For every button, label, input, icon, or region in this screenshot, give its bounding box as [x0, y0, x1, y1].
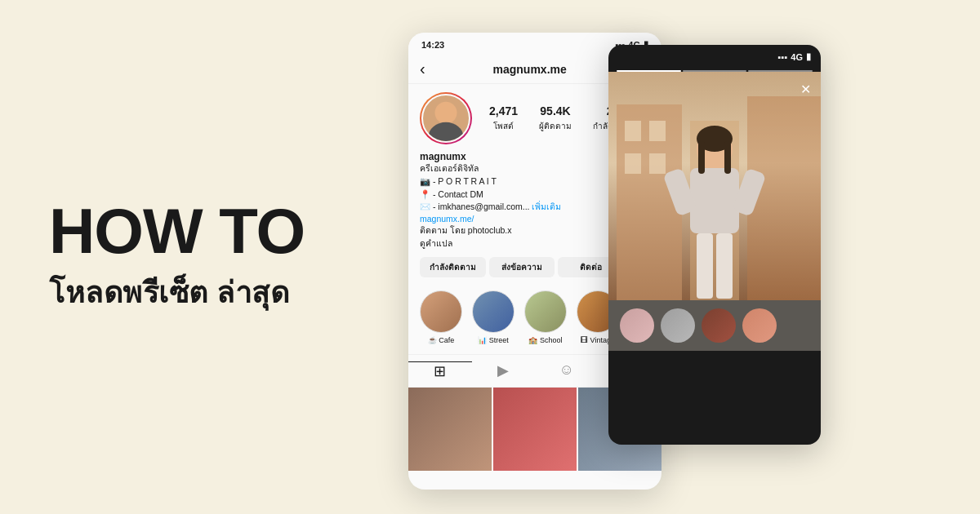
avatar-inner [421, 94, 470, 143]
svg-rect-10 [690, 168, 739, 233]
svg-rect-17 [724, 141, 731, 174]
message-button[interactable]: ส่งข้อความ [489, 257, 555, 277]
tagged-tab[interactable]: ☺ [535, 361, 599, 380]
svg-rect-8 [649, 153, 666, 174]
highlight-street-label: 📊 Street [478, 336, 509, 344]
posts-label: โพสต์ [493, 122, 514, 131]
highlight-school[interactable]: 🏫 School [524, 290, 567, 348]
grid-tab[interactable]: ⊞ [408, 361, 472, 380]
highlight-school-label: 🏫 School [528, 336, 562, 344]
main-title: HOW TO [49, 199, 392, 263]
svg-rect-4 [747, 96, 821, 300]
profile-username-nav: magnumx.me [493, 63, 567, 76]
grid-item-1[interactable] [408, 388, 492, 471]
right-section: 14:23 ▪▪▪ 4G ▮ ‹ magnumx.me ··· [392, 0, 980, 514]
main-container: HOW TO โหลดพรีเซ็ต ล่าสุด 14:23 ▪▪▪ 4G ▮… [0, 0, 980, 514]
svg-point-0 [434, 102, 457, 124]
swatch-pink [620, 308, 654, 343]
svg-rect-16 [698, 141, 705, 174]
swatch-terracotta [742, 308, 777, 343]
ig-avatar[interactable] [420, 92, 472, 144]
story-person-figure [608, 72, 821, 300]
svg-rect-7 [625, 153, 641, 174]
bio-more-link[interactable]: เพิ่มเติม [532, 202, 561, 211]
following-button[interactable]: กำลังติดตาม [420, 257, 486, 277]
left-section: HOW TO โหลดพรีเซ็ต ล่าสุด [0, 0, 392, 514]
highlight-cafe-circle [420, 290, 462, 333]
highlight-street[interactable]: 📊 Street [472, 290, 514, 348]
story-signal-icon: ▪▪▪ [778, 52, 788, 62]
posts-stat[interactable]: 2,471 โพสต์ [489, 104, 518, 132]
swatch-gray [661, 308, 695, 343]
highlight-school-circle [524, 290, 567, 333]
color-swatches-row [608, 300, 821, 351]
followers-label: ผู้ติดตาม [539, 122, 572, 131]
story-network: 4G [791, 52, 803, 62]
story-close-button[interactable]: ✕ [800, 82, 811, 97]
svg-rect-6 [649, 121, 666, 141]
story-status-right: ▪▪▪ 4G ▮ [778, 51, 811, 62]
followers-count: 95.4K [539, 104, 572, 117]
story-status-bar: ▪▪▪ 4G ▮ [608, 45, 821, 65]
story-overlay-panel: ▪▪▪ 4G ▮ Cafe 1d ✕ [608, 45, 821, 445]
posts-count: 2,471 [489, 104, 518, 117]
swatch-brown [702, 308, 736, 343]
story-image [608, 72, 821, 300]
story-battery-icon: ▮ [806, 51, 811, 62]
svg-rect-12 [716, 233, 733, 299]
highlight-street-circle [472, 290, 514, 333]
subtitle: โหลดพรีเซ็ต ล่าสุด [49, 269, 392, 316]
reels-tab[interactable]: ▶ [472, 361, 536, 380]
highlight-cafe-label: ☕ Cafe [428, 336, 455, 344]
svg-rect-11 [697, 233, 713, 299]
back-button[interactable]: ‹ [420, 60, 425, 78]
svg-rect-5 [625, 121, 641, 141]
title-line1: HOW TO [49, 199, 392, 263]
highlight-cafe[interactable]: ☕ Cafe [420, 290, 462, 348]
grid-item-2[interactable] [493, 388, 577, 471]
svg-point-1 [429, 122, 463, 142]
followers-stat[interactable]: 95.4K ผู้ติดตาม [539, 104, 572, 132]
story-progress-bars [608, 65, 821, 72]
phone-time: 14:23 [421, 40, 444, 50]
